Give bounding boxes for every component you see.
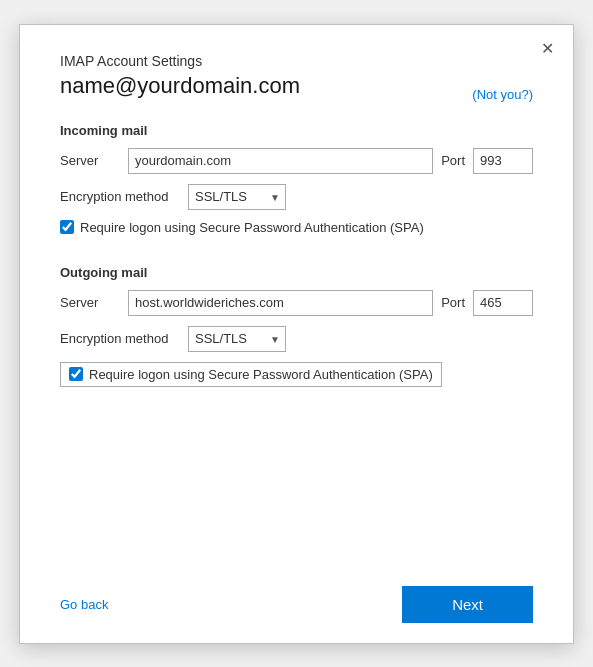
incoming-server-label: Server [60, 153, 120, 168]
incoming-encryption-wrapper: SSL/TLS STARTTLS None ▼ [188, 184, 286, 210]
next-button[interactable]: Next [402, 586, 533, 623]
incoming-spa-checkbox[interactable] [60, 220, 74, 234]
outgoing-server-input[interactable] [128, 290, 433, 316]
outgoing-encryption-row: Encryption method SSL/TLS STARTTLS None … [60, 326, 533, 352]
dialog-title: IMAP Account Settings [60, 53, 533, 69]
incoming-port-input[interactable] [473, 148, 533, 174]
outgoing-encryption-label: Encryption method [60, 331, 180, 346]
outgoing-server-row: Server Port [60, 290, 533, 316]
not-you-link[interactable]: (Not you?) [472, 87, 533, 102]
outgoing-port-input[interactable] [473, 290, 533, 316]
outgoing-section-label: Outgoing mail [60, 265, 533, 280]
outgoing-port-label: Port [441, 295, 465, 310]
outgoing-spa-label: Require logon using Secure Password Auth… [89, 367, 433, 382]
outgoing-spa-row: Require logon using Secure Password Auth… [60, 362, 533, 387]
outgoing-section: Outgoing mail Server Port Encryption met… [60, 265, 533, 407]
outgoing-encryption-wrapper: SSL/TLS STARTTLS None ▼ [188, 326, 286, 352]
incoming-server-row: Server Port [60, 148, 533, 174]
close-icon: ✕ [541, 39, 554, 58]
dialog-email: name@yourdomain.com [60, 73, 533, 99]
incoming-spa-row: Require logon using Secure Password Auth… [60, 220, 533, 235]
incoming-server-input[interactable] [128, 148, 433, 174]
incoming-encryption-row: Encryption method SSL/TLS STARTTLS None … [60, 184, 533, 210]
outgoing-spa-checkbox[interactable] [69, 367, 83, 381]
header-section: IMAP Account Settings name@yourdomain.co… [60, 53, 533, 99]
incoming-spa-label: Require logon using Secure Password Auth… [80, 220, 424, 235]
outgoing-server-label: Server [60, 295, 120, 310]
footer: Go back Next [60, 556, 533, 623]
incoming-section-label: Incoming mail [60, 123, 533, 138]
outgoing-encryption-select[interactable]: SSL/TLS STARTTLS None [188, 326, 286, 352]
imap-settings-dialog: ✕ IMAP Account Settings name@yourdomain.… [19, 24, 574, 644]
go-back-button[interactable]: Go back [60, 597, 108, 612]
incoming-section: Incoming mail Server Port Encryption met… [60, 123, 533, 255]
incoming-encryption-label: Encryption method [60, 189, 180, 204]
close-button[interactable]: ✕ [535, 37, 559, 61]
incoming-encryption-select[interactable]: SSL/TLS STARTTLS None [188, 184, 286, 210]
outgoing-spa-box: Require logon using Secure Password Auth… [60, 362, 442, 387]
incoming-port-label: Port [441, 153, 465, 168]
